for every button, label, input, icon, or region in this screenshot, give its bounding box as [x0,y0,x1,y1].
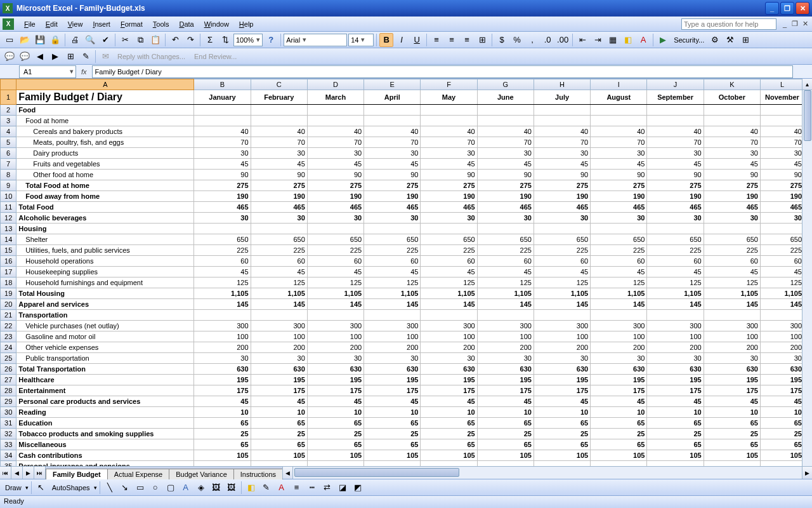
cell-J1[interactable]: September [647,90,704,105]
cell-F28[interactable]: 175 [421,385,477,396]
cell-L20[interactable]: 145 [760,299,804,310]
cell-K9[interactable]: 275 [704,180,760,191]
copy-icon[interactable]: ⧉ [133,33,147,47]
cell-D32[interactable]: 25 [307,429,363,439]
cell-F1[interactable]: May [421,90,477,105]
cell-F23[interactable]: 100 [421,331,477,342]
cell-K22[interactable]: 300 [704,321,760,331]
cell-D4[interactable]: 40 [307,126,363,137]
cell-J4[interactable]: 40 [647,126,704,137]
cell-J16[interactable]: 60 [647,256,704,267]
cell-L28[interactable]: 175 [760,385,804,396]
cell-L19[interactable]: 1,105 [760,288,804,299]
cell-G35[interactable] [477,461,534,467]
cell-C30[interactable]: 10 [251,407,307,418]
cell-E8[interactable]: 90 [364,170,421,180]
cell-B4[interactable]: 40 [194,126,251,137]
col-header-K[interactable]: K [704,79,760,90]
cell-K16[interactable]: 60 [704,256,760,267]
cell-J28[interactable]: 175 [647,385,704,396]
row-header-28[interactable]: 28 [1,385,16,396]
comment-icon[interactable]: 💬 [3,50,16,64]
tab-prev-button[interactable]: ◀ [11,467,23,479]
tab-last-button[interactable]: ⏭ [34,467,46,479]
row-header-12[interactable]: 12 [1,213,16,224]
cell-F16[interactable]: 60 [421,256,477,267]
font-select[interactable]: Arial▾ [284,34,347,46]
cell-K3[interactable] [704,116,760,126]
cell-A6[interactable]: Dairy products [16,148,194,159]
cell-A1[interactable]: Family Budget / Diary [16,90,194,105]
cell-B28[interactable]: 175 [194,385,251,396]
cell-E12[interactable]: 30 [364,213,421,224]
cell-J7[interactable]: 45 [647,159,704,170]
cell-B25[interactable]: 30 [194,353,251,364]
cell-H34[interactable]: 105 [534,450,590,461]
cell-K23[interactable]: 100 [704,331,760,342]
col-header-A[interactable]: A [16,79,194,90]
menu-tools[interactable]: Tools [148,18,174,30]
row-header-13[interactable]: 13 [1,224,16,234]
row-header-35[interactable]: 35 [1,461,16,467]
cell-E1[interactable]: April [364,90,421,105]
textbox-icon[interactable]: ▢ [164,481,178,495]
cell-I31[interactable]: 65 [591,418,647,429]
cell-E32[interactable]: 25 [364,429,421,439]
row-header-4[interactable]: 4 [1,126,16,137]
cell-L8[interactable]: 90 [760,170,804,180]
cell-G31[interactable]: 65 [477,418,534,429]
col-header-I[interactable]: I [591,79,647,90]
cell-E19[interactable]: 1,105 [364,288,421,299]
cell-C26[interactable]: 630 [251,364,307,375]
cell-K26[interactable]: 630 [704,364,760,375]
cell-K19[interactable]: 1,105 [704,288,760,299]
cell-A4[interactable]: Cereals and bakery products [16,126,194,137]
menu-insert[interactable]: Insert [88,18,115,30]
row-header-14[interactable]: 14 [1,234,16,245]
vertical-scrollbar[interactable]: ▴ [802,79,812,466]
cell-B21[interactable] [194,310,251,321]
cell-H12[interactable]: 30 [534,213,590,224]
cell-K35[interactable] [704,461,760,467]
cell-C35[interactable] [251,461,307,467]
cell-K31[interactable]: 65 [704,418,760,429]
cell-B31[interactable]: 65 [194,418,251,429]
cell-D23[interactable]: 100 [307,331,363,342]
new-icon[interactable]: ▭ [3,33,16,47]
cell-A30[interactable]: Reading [16,407,194,418]
cell-B9[interactable]: 275 [194,180,251,191]
cell-K6[interactable]: 30 [704,148,760,159]
cell-B12[interactable]: 30 [194,213,251,224]
cell-B35[interactable] [194,461,251,467]
cell-G3[interactable] [477,116,534,126]
name-box[interactable]: A1▾ [19,65,76,78]
font-size-select[interactable]: 14▾ [348,34,374,46]
cell-I12[interactable]: 30 [591,213,647,224]
cell-A31[interactable]: Education [16,418,194,429]
cell-J19[interactable]: 1,105 [647,288,704,299]
cell-F21[interactable] [421,310,477,321]
cell-K32[interactable]: 25 [704,429,760,439]
row-header-24[interactable]: 24 [1,342,16,353]
worksheet-grid[interactable]: ABCDEFGHIJKL1Family Budget / DiaryJanuar… [0,79,812,466]
cell-I22[interactable]: 300 [591,321,647,331]
horizontal-scrollbar[interactable]: ◀▶ [282,467,812,479]
cell-H32[interactable]: 25 [534,429,590,439]
cell-H30[interactable]: 10 [534,407,590,418]
cell-H15[interactable]: 225 [534,245,590,256]
cell-C6[interactable]: 30 [251,148,307,159]
row-header-17[interactable]: 17 [1,267,16,277]
cell-F11[interactable]: 465 [421,202,477,213]
cell-F25[interactable]: 30 [421,353,477,364]
cell-F5[interactable]: 70 [421,137,477,148]
cell-B30[interactable]: 10 [194,407,251,418]
tab-first-button[interactable]: ⏮ [0,467,11,479]
cell-G11[interactable]: 465 [477,202,534,213]
line-icon[interactable]: ╲ [103,481,117,495]
cell-E29[interactable]: 45 [364,396,421,407]
cell-D7[interactable]: 45 [307,159,363,170]
cell-A8[interactable]: Other food at home [16,170,194,180]
cell-I33[interactable]: 65 [591,439,647,450]
cell-E26[interactable]: 630 [364,364,421,375]
fill-color-button[interactable]: ◧ [621,33,635,47]
